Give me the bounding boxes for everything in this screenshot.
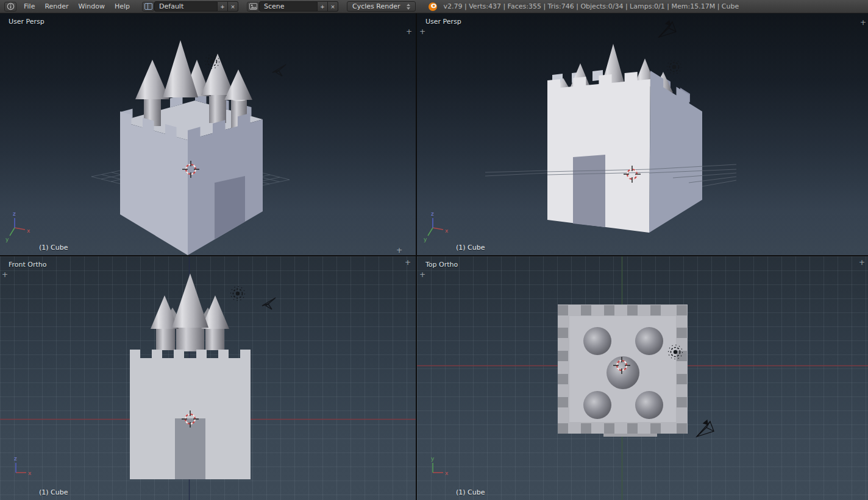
blender-app-window: File Render Window Help Default + × (0, 0, 868, 500)
render-engine-value: Cycles Render (352, 2, 400, 10)
expand-region-icon[interactable]: + (419, 271, 425, 278)
camera-object[interactable] (697, 420, 714, 437)
scene-name: Scene (264, 2, 285, 10)
viewport-top-ortho[interactable]: x y Top Ortho (1) Cube + + (417, 256, 868, 500)
viewport-canvas: x y (417, 256, 868, 500)
scene-icon (249, 3, 257, 10)
axis-x-label: x (445, 228, 449, 234)
viewport-canvas: x y z (417, 13, 868, 255)
active-object-info: (1) Cube (39, 244, 68, 252)
camera-object[interactable] (659, 21, 676, 37)
castle-model[interactable] (130, 273, 251, 479)
quad-view-workspace: x y z User Persp (1) Cube + + (0, 13, 868, 500)
viewport-canvas: x y z (0, 13, 416, 255)
viewport-canvas: x z (0, 256, 416, 500)
expand-region-icon[interactable]: + (2, 271, 8, 278)
scene-name-field[interactable]: Scene (259, 1, 318, 12)
axis-y-label: y (5, 236, 9, 242)
castle-model[interactable] (120, 40, 263, 255)
axis-x-label: x (27, 228, 30, 234)
menu-window[interactable]: Window (74, 2, 110, 10)
scene-add-button[interactable]: + (318, 1, 328, 12)
active-object-info: (1) Cube (456, 244, 485, 252)
active-object-info: (1) Cube (456, 488, 485, 496)
layout-browse-button[interactable] (142, 2, 154, 12)
axis-z-label: z (14, 456, 17, 462)
expand-region-icon[interactable]: + (860, 19, 866, 26)
scene-browse-button[interactable] (247, 2, 259, 12)
viewport-label: Front Ortho (9, 261, 47, 269)
axis-y-label: y (431, 456, 435, 462)
menu-help[interactable]: Help (110, 2, 135, 10)
empty-object[interactable] (272, 65, 286, 76)
info-editor-icon (7, 2, 15, 10)
screen-layout-selector: Default + × (142, 1, 238, 12)
info-header: File Render Window Help Default + × (0, 0, 868, 13)
axis-z-label: z (13, 211, 16, 217)
expand-region-icon[interactable]: + (419, 28, 425, 35)
expand-region-icon[interactable]: + (405, 259, 411, 266)
axis-x-label: x (28, 470, 32, 476)
layout-name: Default (159, 2, 183, 10)
axis-gizmo: x y (431, 456, 449, 476)
layout-icon (144, 3, 152, 10)
viewport-label: Top Ortho (425, 261, 458, 269)
editor-type-button[interactable] (4, 2, 16, 12)
axis-gizmo: x y z (5, 211, 30, 242)
axis-x-label: x (445, 470, 449, 476)
active-object-info: (1) Cube (39, 488, 68, 496)
menu-bar: File Render Window Help (19, 2, 135, 10)
render-engine-select[interactable]: Cycles Render (347, 1, 415, 12)
castle-model[interactable] (547, 44, 702, 233)
menu-file[interactable]: File (19, 2, 40, 10)
blender-logo-icon (428, 2, 438, 12)
scene-stats: v2.79 | Verts:437 | Faces:355 | Tris:746… (444, 2, 739, 10)
dropdown-arrows-icon (407, 4, 410, 10)
viewport-user-persp-right[interactable]: x y z User Persp (1) Cube + + (417, 13, 868, 255)
viewport-front-ortho[interactable]: x z Front Ortho (1) Cube + + (0, 256, 416, 500)
axis-y-label: y (424, 236, 427, 242)
lamp-object[interactable] (667, 60, 681, 74)
expand-region-icon[interactable]: + (406, 28, 412, 35)
menu-render[interactable]: Render (40, 2, 73, 10)
layout-name-field[interactable]: Default (154, 1, 218, 12)
empty-object[interactable] (262, 298, 276, 309)
axis-gizmo: x z (14, 456, 32, 476)
viewport-label: User Persp (425, 18, 461, 26)
viewport-user-persp-left[interactable]: x y z User Persp (1) Cube + + (0, 13, 416, 255)
expand-region-icon[interactable]: + (396, 247, 402, 254)
blender-logo (428, 2, 438, 12)
expand-region-icon[interactable]: + (859, 259, 865, 266)
axis-gizmo: x y z (424, 211, 449, 242)
layout-add-button[interactable]: + (218, 1, 228, 12)
scene-delete-button[interactable]: × (328, 1, 338, 12)
axis-z-label: z (431, 211, 434, 217)
lamp-object[interactable] (231, 287, 245, 301)
viewport-label: User Persp (9, 18, 44, 26)
layout-delete-button[interactable]: × (228, 1, 238, 12)
scene-selector: Scene + × (247, 1, 338, 12)
